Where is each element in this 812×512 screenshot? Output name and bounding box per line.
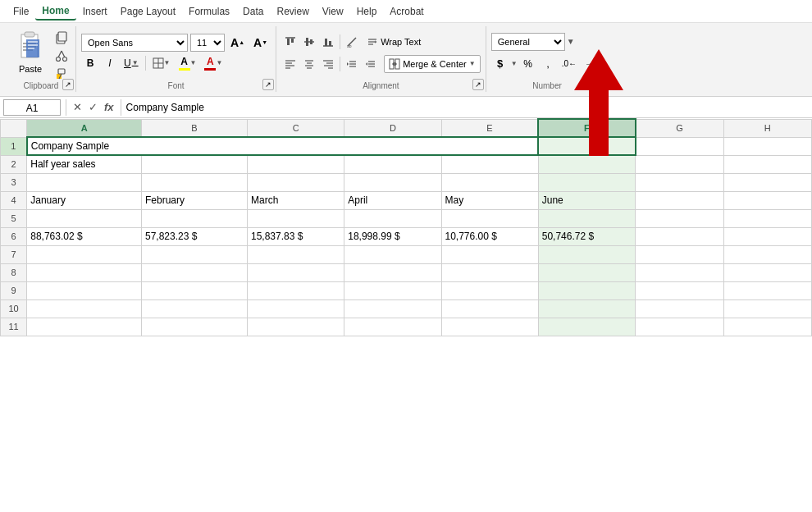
paste-button[interactable]: Paste: [11, 28, 49, 77]
row-header-1[interactable]: 1: [1, 137, 27, 155]
cell-e4[interactable]: May: [441, 191, 538, 209]
cell-b5[interactable]: [142, 209, 248, 227]
cell-h4[interactable]: [723, 191, 812, 209]
increase-decimal-btn[interactable]: →.0: [582, 55, 603, 73]
row-header-4[interactable]: 4: [1, 191, 27, 209]
cell-h2[interactable]: [723, 155, 812, 173]
borders-button[interactable]: ▼: [149, 54, 174, 72]
cell-g2[interactable]: [636, 155, 724, 173]
col-header-a[interactable]: A: [27, 119, 142, 137]
bold-button[interactable]: B: [81, 54, 99, 72]
cell-f6[interactable]: 50,746.72 $: [538, 227, 635, 245]
cell-g6[interactable]: [636, 227, 724, 245]
cell-h3[interactable]: [723, 173, 812, 191]
insert-function-icon[interactable]: fx: [103, 99, 116, 115]
cell-g1[interactable]: [636, 137, 724, 155]
cell-b6[interactable]: 57,823.23 $: [142, 227, 248, 245]
row-header-5[interactable]: 5: [1, 209, 27, 227]
col-header-e[interactable]: E: [441, 119, 538, 137]
fill-color-button[interactable]: A ▼: [176, 54, 200, 72]
col-header-f[interactable]: F: [538, 119, 635, 137]
cell-c4[interactable]: March: [248, 191, 344, 209]
cell-c2[interactable]: [248, 155, 344, 173]
number-expand-btn[interactable]: ↗: [595, 79, 606, 90]
cell-h5[interactable]: [723, 209, 812, 227]
menu-home[interactable]: Home: [35, 2, 75, 21]
cell-g3[interactable]: [636, 173, 724, 191]
row-header-9[interactable]: 9: [1, 281, 27, 299]
row-header-10[interactable]: 10: [1, 299, 27, 318]
col-header-b[interactable]: B: [142, 119, 248, 137]
wrap-text-button[interactable]: Wrap Text: [362, 33, 426, 51]
align-left-btn[interactable]: [281, 55, 299, 73]
cell-d6[interactable]: 18,998.99 $: [344, 227, 441, 245]
cancel-formula-icon[interactable]: ✕: [71, 99, 84, 115]
cell-b2[interactable]: [142, 155, 248, 173]
currency-btn[interactable]: $: [491, 55, 509, 73]
underline-button[interactable]: U ▼: [121, 54, 142, 72]
comma-btn[interactable]: ,: [539, 55, 557, 73]
cell-a1[interactable]: Company Sample: [27, 137, 539, 155]
row-header-11[interactable]: 11: [1, 318, 27, 336]
row-header-7[interactable]: 7: [1, 245, 27, 263]
number-format-select[interactable]: General: [491, 33, 565, 51]
font-expand-btn[interactable]: ↗: [262, 79, 274, 90]
alignment-expand-btn[interactable]: ↗: [472, 79, 484, 90]
clipboard-copy-btn[interactable]: [52, 30, 71, 46]
cell-h1[interactable]: [723, 137, 812, 155]
cell-f4[interactable]: June: [538, 191, 635, 209]
font-color-button[interactable]: A ▼: [201, 54, 226, 72]
cell-f3[interactable]: [538, 173, 635, 191]
increase-indent-btn[interactable]: [362, 55, 380, 73]
font-grow-btn[interactable]: A▲: [227, 34, 248, 52]
cell-d5[interactable]: [344, 209, 441, 227]
decrease-indent-btn[interactable]: [343, 55, 361, 73]
menu-page-layout[interactable]: Page Layout: [114, 3, 182, 20]
clipboard-cut-btn[interactable]: [52, 48, 71, 64]
cell-b3[interactable]: [142, 173, 248, 191]
cell-c5[interactable]: [248, 209, 344, 227]
col-header-c[interactable]: C: [248, 119, 344, 137]
col-header-g[interactable]: G: [636, 119, 724, 137]
merge-center-button[interactable]: Merge & Center ▼: [384, 55, 481, 73]
formula-input[interactable]: [126, 99, 809, 116]
row-header-8[interactable]: 8: [1, 263, 27, 281]
cell-a5[interactable]: [27, 209, 142, 227]
align-center-btn[interactable]: [300, 55, 318, 73]
align-right-btn[interactable]: [319, 55, 337, 73]
font-shrink-btn[interactable]: A▼: [250, 34, 271, 52]
percent-btn[interactable]: %: [519, 55, 537, 73]
menu-formulas[interactable]: Formulas: [182, 3, 236, 20]
confirm-formula-icon[interactable]: ✓: [87, 99, 99, 115]
cell-f1[interactable]: [538, 137, 635, 155]
decrease-decimal-btn[interactable]: .0←: [559, 55, 580, 73]
col-header-h[interactable]: H: [723, 119, 812, 137]
cell-d4[interactable]: April: [344, 191, 441, 209]
font-family-select[interactable]: Open Sans: [81, 34, 188, 52]
orientation-btn[interactable]: ab: [343, 33, 361, 51]
cell-e6[interactable]: 10,776.00 $: [441, 227, 538, 245]
menu-view[interactable]: View: [316, 3, 350, 20]
row-header-6[interactable]: 6: [1, 227, 27, 245]
cell-a3[interactable]: [27, 173, 142, 191]
cell-reference-box[interactable]: A1: [3, 99, 61, 116]
clipboard-expand-btn[interactable]: ↗: [62, 79, 74, 90]
cell-d3[interactable]: [344, 173, 441, 191]
cell-a6[interactable]: 88,763.02 $: [27, 227, 142, 245]
row-header-3[interactable]: 3: [1, 173, 27, 191]
cell-e2[interactable]: [441, 155, 538, 173]
cell-f2[interactable]: [538, 155, 635, 173]
cell-b4[interactable]: February: [142, 191, 248, 209]
cell-d2[interactable]: [344, 155, 441, 173]
menu-help[interactable]: Help: [350, 3, 384, 20]
menu-file[interactable]: File: [7, 3, 35, 20]
cell-a4[interactable]: January: [27, 191, 142, 209]
cell-e3[interactable]: [441, 173, 538, 191]
cell-c3[interactable]: [248, 173, 344, 191]
align-middle-btn[interactable]: [300, 33, 318, 51]
cell-c6[interactable]: 15,837.83 $: [248, 227, 344, 245]
cell-a2[interactable]: Half year sales: [27, 155, 142, 173]
cell-e5[interactable]: [441, 209, 538, 227]
cell-h6[interactable]: [723, 227, 812, 245]
align-top-btn[interactable]: [281, 33, 299, 51]
